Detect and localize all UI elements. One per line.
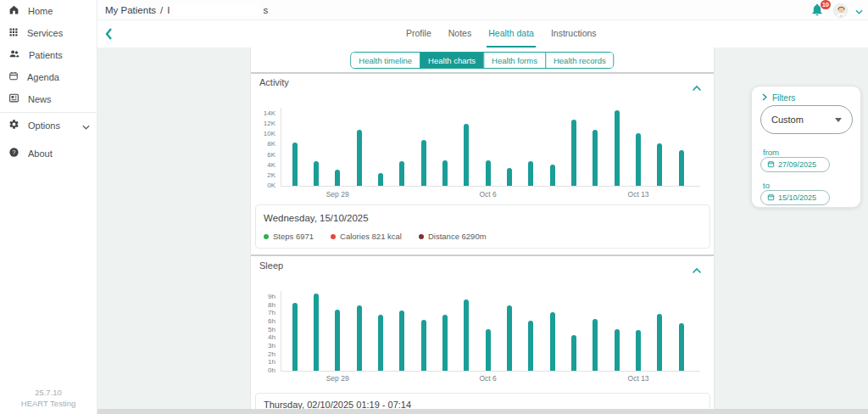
date-range-select[interactable]: Custom [760,105,853,134]
y-tick-label: 12K [251,120,275,127]
y-axis-line [281,108,281,187]
x-tick-label: Sep 29 [319,374,356,383]
news-icon [8,92,19,107]
bar [464,124,469,186]
x-tick-label: Oct 13 [620,190,657,199]
sidebar: Home Services Patients Agenda News Optio… [0,0,97,414]
sidebar-item-patients[interactable]: Patients [0,44,97,66]
bar [615,110,620,186]
to-date-value: 15/10/2025 [778,193,816,202]
topbar: My Patients / I s 10 [97,0,868,20]
bar [679,323,684,371]
x-tick-label: Oct 13 [620,374,657,383]
bar [636,330,641,371]
bar [292,303,298,371]
y-tick-label: 2h [251,351,275,358]
bar [335,170,340,186]
chevron-down-icon [82,118,90,133]
breadcrumb-section[interactable]: My Patients [105,5,156,15]
y-axis-line [281,291,281,372]
chevron-up-icon [692,262,702,277]
bar [636,133,641,186]
section-divider [251,72,714,74]
sidebar-divider [0,112,97,113]
version-number: 25.7.10 [0,387,97,398]
bar [292,143,298,186]
notifications-button[interactable]: 10 [810,3,826,18]
select-caret-icon [835,118,842,122]
account-chevron-down-icon[interactable] [855,3,863,18]
y-tick-label: 2K [251,172,275,179]
tab-profile[interactable]: Profile [404,20,433,48]
tab-health-data[interactable]: Health data [487,20,536,48]
sidebar-item-services[interactable]: Services [0,22,97,44]
sidebar-item-news[interactable]: News [0,88,97,110]
bar [486,329,491,371]
y-tick-label: 9h [251,294,275,300]
back-button[interactable] [103,27,117,41]
sleep-collapse-button[interactable] [692,262,704,272]
agenda-calendar-icon [8,70,19,85]
chevron-right-icon [762,93,767,103]
app-name: HEART Testing [0,398,97,409]
activity-detail-date: Wednesday, 15/10/2025 [264,213,369,223]
sidebar-item-home[interactable]: Home [0,0,97,22]
sidebar-item-label: Options [28,120,74,131]
subtab-health-records[interactable]: Health records [545,53,614,68]
y-tick-label: 6K [251,152,275,159]
legend-item-steps: Steps 6971 [264,232,314,241]
subtab-health-charts[interactable]: Health charts [420,53,483,68]
to-date-button[interactable]: 15/10/2025 [760,190,830,205]
legend-label: Steps 6971 [273,232,314,241]
bar [507,168,512,186]
notification-badge: 10 [821,0,831,9]
x-tick-label: Sep 29 [319,190,356,199]
y-tick-label: 5h [251,327,275,333]
bar [571,120,576,186]
sidebar-item-about[interactable]: ? About [0,143,97,165]
from-date-button[interactable]: 27/09/2025 [760,157,830,172]
sidebar-item-label: Home [28,6,90,16]
sidebar-item-label: Patients [29,50,90,60]
from-label: from [763,148,779,157]
filters-toggle[interactable]: Filters [762,93,795,103]
subtab-health-forms[interactable]: Health forms [483,53,545,68]
subtab-health-timeline[interactable]: Health timeline [351,53,420,68]
legend-item-distance: Distance 6290m [419,232,487,241]
activity-collapse-button[interactable] [692,80,704,90]
bar [378,315,383,371]
tab-instructions[interactable]: Instructions [549,20,598,48]
chevron-up-icon [692,80,702,94]
tab-notes[interactable]: Notes [447,20,473,48]
bar [357,130,362,186]
y-tick-label: 14K [251,110,275,117]
date-range-value: Custom [771,115,835,125]
sidebar-item-label: Services [27,28,90,38]
bar [421,320,426,371]
bar [464,299,469,371]
y-tick-label: 7h [251,310,275,316]
services-grid-icon [8,25,19,41]
bar [378,173,383,186]
sidebar-item-label: About [28,148,90,159]
patients-icon [8,48,20,63]
sidebar-item-options[interactable]: Options [0,115,97,137]
avatar[interactable] [833,3,848,18]
content-card: Health timeline Health charts Health for… [250,48,715,414]
bar [593,319,598,371]
bar [507,305,512,371]
tab-bar: Profile Notes Health data Instructions [404,20,598,48]
bar [335,310,340,372]
activity-chart: 0K2K4K6K8K10K12K14KSep 29Oct 6Oct 13 [251,93,715,200]
bar [679,150,684,186]
bar [657,143,662,186]
bar [550,312,555,371]
sidebar-item-label: News [28,94,90,104]
to-label: to [763,181,770,190]
horizontal-scrollbar[interactable] [97,409,868,414]
toolbar: Profile Notes Health data Instructions [97,20,868,48]
bar [399,310,404,371]
sidebar-item-agenda[interactable]: Agenda [0,66,97,88]
breadcrumb-separator: / [160,5,163,15]
activity-legend: Steps 6971 Calories 821 kcal Distance 62… [264,232,487,241]
